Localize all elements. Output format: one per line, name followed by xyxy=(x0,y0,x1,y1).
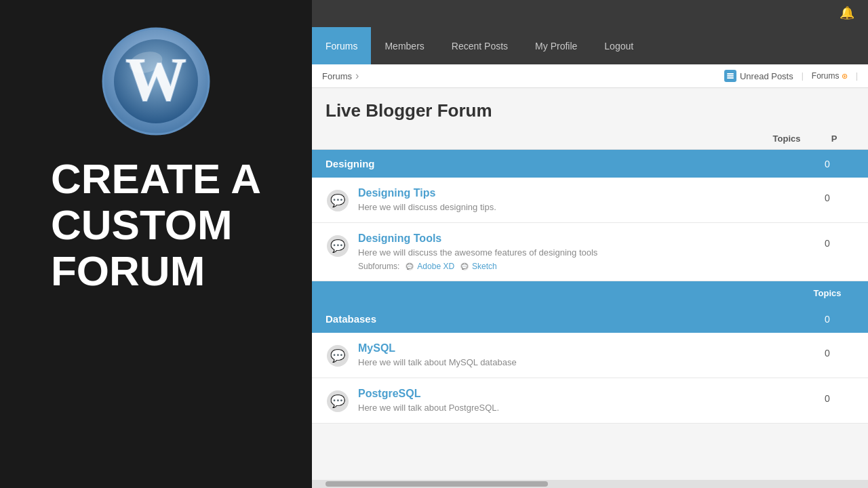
forum-icon-designing-tools: 💬 xyxy=(326,234,350,258)
forum-icon-mysql: 💬 xyxy=(326,344,350,368)
right-panel: 🔔 Forums Members Recent Posts My Profile… xyxy=(312,0,868,488)
nav-logout[interactable]: Logout xyxy=(591,27,647,64)
category-designing: Designing 0 xyxy=(312,150,868,178)
forum-name-designing-tools[interactable]: Designing Tools xyxy=(358,232,441,244)
svg-text:💬: 💬 xyxy=(330,239,346,253)
svg-text:💬: 💬 xyxy=(461,263,468,270)
subforum-sketch-icon: 💬 xyxy=(460,262,469,271)
wordpress-logo: W W xyxy=(102,27,210,136)
forum-name-designing-tips[interactable]: Designing Tips xyxy=(358,187,435,199)
forum-topics-designing-tools: 0 xyxy=(800,232,854,249)
toolbar-sep-1: | xyxy=(802,71,804,81)
forum-title: Live Blogger Forum xyxy=(312,88,868,128)
subforums-label: Subforums: xyxy=(358,262,399,271)
scrollbar-thumb[interactable] xyxy=(326,481,548,487)
forums-rss-link[interactable]: Forums ⊛ xyxy=(812,71,848,81)
forum-info-designing-tips: Designing Tips Here we will discuss desi… xyxy=(358,187,792,212)
hero-text: CREATE A CUSTOM FORUM xyxy=(31,156,281,295)
forum-icon-designing-tips: 💬 xyxy=(326,188,350,213)
forum-row-postgresql: 💬 PostgreSQL Here we will talk about Pos… xyxy=(312,378,868,424)
forum-topics-postgresql: 0 xyxy=(800,388,854,404)
nav-recent-posts[interactable]: Recent Posts xyxy=(438,27,521,64)
topics-column-header: Topics xyxy=(760,134,814,144)
forums-rss-label: Forums xyxy=(812,71,840,81)
forum-desc-mysql: Here we will talk about MySQL database xyxy=(358,357,792,367)
unread-posts-icon xyxy=(724,70,736,82)
forum-content: Live Blogger Forum Topics P Designing 0 … xyxy=(312,88,868,488)
svg-text:💬: 💬 xyxy=(330,394,346,409)
forum-desc-designing-tips: Here we will discuss designing tips. xyxy=(358,202,792,212)
table-header-databases: Topics xyxy=(312,281,868,305)
forum-info-postgresql: PostgreSQL Here we will talk about Postg… xyxy=(358,388,792,413)
forum-topics-mysql: 0 xyxy=(800,342,854,359)
breadcrumb-forums[interactable]: Forums xyxy=(322,71,352,81)
category-databases-name: Databases xyxy=(326,313,376,325)
notification-icon[interactable]: 🔔 xyxy=(840,5,854,20)
forum-row-designing-tips: 💬 Designing Tips Here we will discuss de… xyxy=(312,178,868,223)
svg-text:💬: 💬 xyxy=(330,348,346,363)
toolbar-right: Unread Posts | Forums ⊛ | xyxy=(724,70,858,82)
unread-posts-label: Unread Posts xyxy=(740,71,793,81)
category-databases: Databases 0 xyxy=(312,305,868,333)
forum-row-mysql: 💬 MySQL Here we will talk about MySQL da… xyxy=(312,333,868,378)
category-databases-count: 0 xyxy=(800,314,854,325)
subforum-sketch-label: Sketch xyxy=(472,262,497,271)
breadcrumb-separator: › xyxy=(355,70,359,82)
category-designing-count: 0 xyxy=(800,159,854,169)
category-designing-name: Designing xyxy=(326,158,375,169)
topics-col-databases: Topics xyxy=(800,288,854,298)
main-nav: Forums Members Recent Posts My Profile L… xyxy=(312,27,868,64)
breadcrumb-bar: Forums › Unread Posts | Forums ⊛ | xyxy=(312,64,868,88)
forum-name-postgresql[interactable]: PostgreSQL xyxy=(358,388,420,399)
forum-icon-postgresql: 💬 xyxy=(326,389,350,413)
breadcrumb: Forums › xyxy=(322,70,359,82)
svg-rect-6 xyxy=(727,75,734,77)
rss-icon: ⊛ xyxy=(842,72,848,80)
svg-rect-7 xyxy=(727,77,734,79)
forum-name-mysql[interactable]: MySQL xyxy=(358,342,395,354)
subforum-sketch[interactable]: 💬 Sketch xyxy=(460,262,497,271)
subforum-adobe-xd-label: Adobe XD xyxy=(417,262,454,271)
nav-my-profile[interactable]: My Profile xyxy=(521,27,591,64)
subforum-adobe-xd[interactable]: 💬 Adobe XD xyxy=(405,262,454,271)
forum-desc-designing-tools: Here we will discuss the awesome feature… xyxy=(358,247,792,258)
horizontal-scrollbar[interactable] xyxy=(312,480,868,488)
posts-column-header: P xyxy=(814,134,854,144)
forum-info-mysql: MySQL Here we will talk about MySQL data… xyxy=(358,342,792,367)
nav-forums[interactable]: Forums xyxy=(312,27,371,64)
subforum-adobe-xd-icon: 💬 xyxy=(405,262,414,271)
unread-posts-link[interactable]: Unread Posts xyxy=(724,70,793,82)
nav-members[interactable]: Members xyxy=(371,27,437,64)
svg-rect-5 xyxy=(727,73,734,75)
forum-info-designing-tools: Designing Tools Here we will discuss the… xyxy=(358,232,792,271)
forum-desc-postgresql: Here we will talk about PostgreSQL. xyxy=(358,403,792,413)
toolbar-sep-2: | xyxy=(856,71,858,81)
svg-text:💬: 💬 xyxy=(330,193,346,208)
forum-row-designing-tools: 💬 Designing Tools Here we will discuss t… xyxy=(312,223,868,281)
subforums-designing-tools: Subforums: 💬 Adobe XD 💬 Sketch xyxy=(358,262,792,271)
table-header-main: Topics P xyxy=(312,128,868,150)
svg-text:💬: 💬 xyxy=(406,263,413,270)
left-panel: W W CREATE A CUSTOM FORUM xyxy=(0,0,312,488)
forum-topics-designing-tips: 0 xyxy=(800,187,854,203)
top-bar: 🔔 xyxy=(312,0,868,27)
